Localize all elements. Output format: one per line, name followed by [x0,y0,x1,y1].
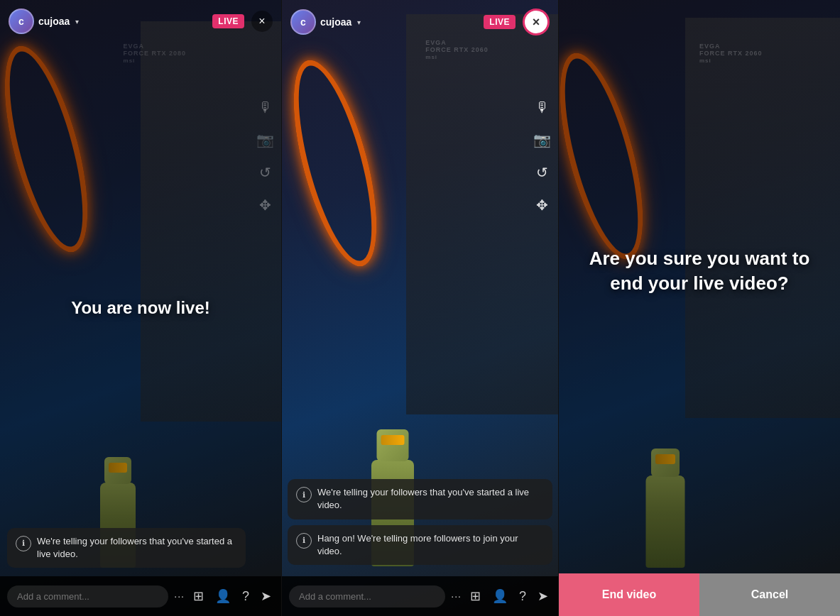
right-panel: EVGAFORCE RTX 2060msi Are you sure you w… [559,0,840,616]
chevron-icon-middle: ▾ [357,18,361,26]
notif-text-middle-1: We're telling your followers that you've… [317,486,544,512]
help-button-left[interactable]: ? [239,586,252,607]
live-badge-left: LIVE [212,14,244,28]
end-video-button[interactable]: End video [559,573,699,616]
add-media-button-left[interactable]: ⊞ [190,585,207,607]
helmet-visor-left [109,463,127,473]
username-left: cujoaa [38,16,70,27]
username-middle: cujoaa [320,16,351,28]
info-icon-middle-1: ℹ [296,487,312,502]
end-buttons-container: End video Cancel [559,573,840,616]
notif-text-middle-2: Hang on! We're telling more followers to… [317,532,544,558]
more-button-middle[interactable]: ··· [451,590,462,602]
pc-bg-right [685,18,840,418]
more-button-left[interactable]: ··· [174,590,185,602]
notif-card-middle-2: ℹ Hang on! We're telling more followers … [288,525,552,565]
info-icon-middle-2: ℹ [296,533,312,549]
mic-icon-left: 🎙 [258,99,273,116]
avatar-middle: c [290,9,316,35]
halo-figure-body-right [646,475,685,568]
camera-icon-middle[interactable]: 📷 [533,131,551,148]
close-button-left[interactable]: × [251,11,273,32]
middle-panel: EVGAFORCE RTX 2060msi c cujoaa ▾ LIVE × … [282,0,559,616]
user-info-left: c cujoaa ▾ [9,9,79,34]
flip-icon-left: ↺ [259,164,271,181]
orange-ring-left [0,38,104,260]
comment-input-middle[interactable] [289,585,445,607]
live-badge-middle: LIVE [484,15,516,29]
mic-icon-middle[interactable]: 🎙 [535,99,550,116]
user-info-middle: c cujoaa ▾ [290,9,361,35]
halo-figure-head-right [651,449,680,477]
side-controls-left: 🎙 📷 ↺ ✥ [256,99,274,214]
pc-bg-middle [406,14,558,414]
side-controls-middle[interactable]: 🎙 📷 ↺ ✥ [533,99,551,214]
add-friend-button-left[interactable]: 👤 [212,585,234,607]
add-friend-button-middle[interactable]: 👤 [489,585,511,607]
pc-text-left: EVGAFORCE RTX 2080msi [124,43,187,64]
bottom-toolbar-left: ··· ⊞ 👤 ? ➤ [0,576,281,616]
pc-bg-left [141,21,281,422]
orange-ring-right [559,45,660,267]
center-text-left: You are now live! [71,298,210,318]
close-button-middle[interactable]: × [523,9,550,35]
left-header: c cujoaa ▾ LIVE × [0,0,281,43]
camera-icon-left: 📷 [256,131,274,148]
bottom-toolbar-middle: ··· ⊞ 👤 ? ➤ [282,576,558,616]
notification-area-middle: ℹ We're telling your followers that you'… [288,479,552,571]
middle-header: c cujoaa ▾ LIVE × [282,0,558,44]
helmet-visor-right [655,454,675,464]
chevron-icon-left: ▾ [75,18,79,26]
info-icon-left: ℹ [16,536,31,551]
comment-input-left[interactable] [7,585,168,607]
left-panel: EVGAFORCE RTX 2080msi c cujoaa ▾ LIVE × … [0,0,282,616]
pc-text-right: EVGAFORCE RTX 2060msi [699,43,763,64]
move-icon-left: ✥ [259,197,271,214]
move-icon-middle[interactable]: ✥ [536,197,548,214]
send-button-left[interactable]: ➤ [258,585,274,607]
helmet-visor-middle [381,435,404,445]
add-media-button-middle[interactable]: ⊞ [467,585,484,607]
send-button-middle[interactable]: ➤ [535,585,551,607]
halo-figure-head-left [104,457,131,484]
notification-area-left: ℹ We're telling your followers that you'… [7,528,246,573]
notif-card-left: ℹ We're telling your followers that you'… [7,528,246,568]
notif-card-middle-1: ℹ We're telling your followers that you'… [288,479,552,519]
flip-icon-middle[interactable]: ↺ [536,164,548,181]
cancel-button-right[interactable]: Cancel [699,573,840,616]
halo-figure-head-middle [376,429,408,461]
notif-text-left: We're telling your followers that you've… [37,535,237,561]
help-button-middle[interactable]: ? [516,586,529,607]
avatar-left: c [9,9,34,34]
end-video-text: Are you sure you want to end your live v… [559,246,840,296]
